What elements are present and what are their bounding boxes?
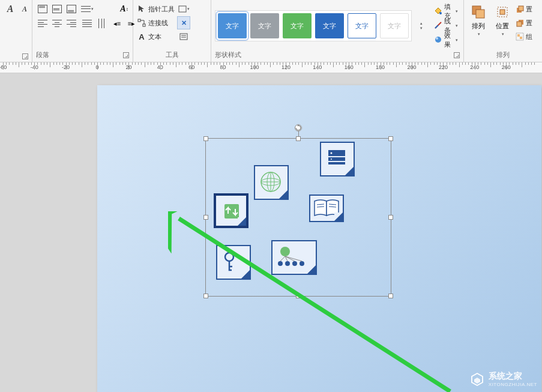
- effects-icon: [434, 35, 442, 45]
- style-swatch[interactable]: 文字: [250, 13, 279, 38]
- gallery-more-button[interactable]: ▴▾: [414, 10, 427, 42]
- svg-point-8: [436, 37, 438, 40]
- text-block-button[interactable]: [177, 30, 190, 43]
- shape-transfer[interactable]: [214, 193, 248, 228]
- style-swatch[interactable]: 文字: [315, 13, 344, 38]
- connector-tool-button[interactable]: 连接线: [137, 16, 175, 29]
- text-icon: A: [137, 32, 146, 41]
- bring-front-button[interactable]: 置: [516, 2, 532, 16]
- align-vbottom-button[interactable]: [65, 2, 78, 16]
- resize-handle-ne[interactable]: [388, 136, 393, 141]
- svg-point-36: [280, 247, 290, 256]
- svg-rect-10: [476, 10, 484, 18]
- increase-font-button[interactable]: A: [4, 2, 17, 16]
- svg-point-39: [292, 261, 297, 266]
- effects-button[interactable]: 效果▾: [432, 34, 460, 47]
- svg-rect-19: [520, 37, 522, 39]
- svg-rect-16: [517, 22, 522, 26]
- font-group: A A: [0, 0, 32, 62]
- pointer-tool-label: 指针工具: [148, 5, 175, 14]
- send-back-button[interactable]: 置: [516, 16, 532, 29]
- resize-handle-se[interactable]: [388, 294, 393, 298]
- effects-label: 效果: [444, 31, 453, 49]
- svg-point-7: [435, 37, 441, 43]
- font-dialog-launcher[interactable]: [22, 53, 28, 59]
- watermark-sub: XITONGZHIJIA.NET: [489, 382, 537, 387]
- shape-styles-label: 形状样式: [215, 50, 241, 59]
- shape-styles-group: 文字文字文字文字文字文字 ▴▾ 填充▾ 线条▾ 效果▾ 形状样式: [211, 0, 464, 62]
- svg-rect-20: [224, 204, 239, 219]
- position-btn-label: 位置: [496, 22, 509, 31]
- svg-rect-1: [143, 24, 145, 26]
- rectangle-tool-button[interactable]: ▾: [177, 2, 190, 16]
- svg-point-35: [225, 253, 233, 261]
- align-middle-button[interactable]: [50, 2, 64, 16]
- connector-icon: [137, 18, 146, 28]
- rotation-handle[interactable]: [295, 124, 302, 131]
- shape-server[interactable]: [320, 142, 355, 176]
- decrease-font-button[interactable]: A: [18, 2, 31, 16]
- text-tool-button[interactable]: A 文本: [137, 30, 175, 43]
- align-top-button[interactable]: [36, 2, 49, 16]
- svg-point-30: [331, 158, 332, 160]
- text-tool-label: 文本: [148, 32, 161, 41]
- paragraph-dialog-launcher[interactable]: [123, 52, 129, 58]
- delete-connector-button[interactable]: ✕: [177, 16, 190, 29]
- watermark-logo-icon: [469, 372, 485, 387]
- ribbon: A A ▾: [0, 0, 542, 62]
- resize-handle-n[interactable]: [296, 136, 301, 141]
- resize-handle-w[interactable]: [203, 215, 208, 220]
- shape-network[interactable]: [271, 240, 317, 275]
- arrange-label: 排列: [496, 50, 510, 59]
- style-swatch[interactable]: 文字: [348, 13, 376, 38]
- resize-handle-nw[interactable]: [203, 136, 208, 141]
- shape-book[interactable]: [309, 194, 344, 222]
- svg-line-41: [280, 256, 285, 261]
- shape-key[interactable]: [216, 245, 251, 280]
- style-swatch[interactable]: 文字: [283, 13, 312, 38]
- arrange-btn-label: 排列: [472, 22, 485, 31]
- align-left-button[interactable]: [36, 17, 49, 30]
- line-icon: [434, 21, 442, 31]
- svg-point-40: [300, 261, 304, 266]
- align-center-button[interactable]: [50, 17, 64, 30]
- svg-point-37: [278, 261, 283, 266]
- style-swatch[interactable]: 文字: [218, 13, 247, 38]
- svg-rect-12: [500, 10, 505, 14]
- fill-button[interactable]: 填充▾: [432, 5, 460, 18]
- align-right-button[interactable]: [65, 17, 78, 30]
- shape-styles-dialog-launcher[interactable]: [454, 52, 460, 58]
- svg-point-38: [285, 261, 290, 266]
- group-button[interactable]: 组: [516, 30, 532, 43]
- pointer-tool-button[interactable]: 指针工具: [137, 2, 175, 16]
- tools-label: 工具: [166, 50, 179, 59]
- page[interactable]: [97, 85, 541, 392]
- decrease-indent-button[interactable]: ◂≡: [110, 17, 124, 30]
- distribute-button[interactable]: [95, 17, 108, 30]
- svg-point-6: [439, 12, 442, 14]
- paragraph-label: 段落: [36, 50, 49, 59]
- connector-tool-label: 连接线: [148, 19, 168, 28]
- line-button[interactable]: 线条▾: [432, 19, 460, 32]
- svg-rect-3: [180, 34, 187, 40]
- svg-rect-18: [517, 34, 520, 37]
- resize-handle-s[interactable]: [296, 294, 301, 298]
- arrange-group: 排列▾ 位置▾ 置 置 组 排列: [464, 0, 542, 62]
- fill-icon: [434, 7, 442, 16]
- svg-rect-28: [328, 162, 345, 164]
- tools-group: 指针工具 连接线 A 文本 ▾ ✕ 工具: [133, 0, 211, 62]
- position-button[interactable]: 位置▾: [492, 2, 513, 38]
- shape-globe[interactable]: [254, 165, 289, 200]
- pointer-icon: [137, 4, 146, 14]
- horizontal-ruler[interactable]: -60-40-200204060801001201401601802002202…: [0, 62, 542, 73]
- style-gallery[interactable]: 文字文字文字文字文字文字: [215, 10, 412, 41]
- style-swatch[interactable]: 文字: [380, 13, 409, 38]
- bullets-button[interactable]: ▾: [80, 2, 94, 16]
- arrange-button[interactable]: 排列▾: [468, 2, 489, 38]
- justify-button[interactable]: [80, 17, 94, 30]
- svg-rect-0: [138, 19, 140, 22]
- canvas-area[interactable]: 系统之家 XITONGZHIJIA.NET: [0, 73, 542, 392]
- resize-handle-e[interactable]: [388, 215, 393, 220]
- paragraph-group: ▾ A↕ ◂≡ ≡▸ 段落: [32, 0, 133, 62]
- resize-handle-sw[interactable]: [203, 294, 208, 298]
